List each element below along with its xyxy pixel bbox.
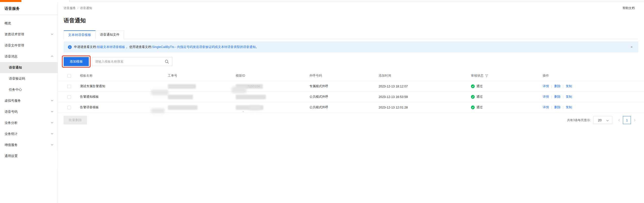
brand-orange-segment bbox=[0, 0, 21, 2]
sidebar-item-voice-notification[interactable]: 语音通知 bbox=[0, 62, 58, 73]
close-icon[interactable]: × bbox=[630, 45, 634, 49]
page-title: 语音通知 bbox=[64, 17, 644, 24]
delete-link[interactable]: 删除 bbox=[554, 84, 560, 88]
chevron-down-icon bbox=[51, 143, 54, 146]
check-circle-icon bbox=[471, 84, 475, 88]
created-time: 2023-12-13 18:12:07 bbox=[379, 85, 471, 88]
table-row: 告警通知模板 公共模式外呼 2023-12-13 16:53:59 通过 详情删… bbox=[58, 92, 644, 102]
detail-link[interactable]: 详情 bbox=[543, 95, 549, 99]
info-icon: i bbox=[68, 45, 72, 49]
chevron-up-icon bbox=[51, 55, 54, 58]
chevron-down-icon bbox=[51, 132, 54, 135]
chevron-down-icon bbox=[51, 99, 54, 102]
create-tts-template-link[interactable]: 创建文本转语音模板 bbox=[97, 45, 125, 49]
tab-bar: 文本转语音模板 语音通知文件 bbox=[64, 30, 644, 39]
total-count-label: 共有3条每页显示: bbox=[567, 118, 591, 122]
chevron-down-icon bbox=[51, 110, 54, 113]
template-name: 告警通知模板 bbox=[80, 95, 168, 99]
prev-page-button[interactable] bbox=[618, 119, 621, 122]
chevron-down-icon bbox=[51, 121, 54, 124]
tab-tts-template[interactable]: 文本转语音模板 bbox=[64, 30, 96, 39]
redacted-ticket-number bbox=[168, 84, 196, 89]
sidebar-menu: 概览 资质话术管理 语音文件管理 语音消息 语音通知 语音验证码 任务中心 虚拟… bbox=[0, 15, 58, 162]
row-checkbox[interactable] bbox=[67, 85, 71, 88]
redacted-ticket-number bbox=[168, 95, 193, 99]
template-id-partial: 7100104 bbox=[247, 85, 260, 88]
chevron-down-icon bbox=[51, 33, 54, 36]
sidebar-item-business-stats[interactable]: 业务统计 bbox=[0, 128, 58, 139]
call-mode: 公共模式外呼 bbox=[309, 95, 379, 99]
sidebar-item-voice-files[interactable]: 语音文件管理 bbox=[0, 40, 58, 51]
sidebar-title: 语音服务 bbox=[0, 2, 58, 15]
sidebar-item-voice-captcha[interactable]: 语音验证码 bbox=[0, 73, 58, 84]
copy-link[interactable]: 复制 bbox=[566, 95, 572, 99]
pagination: 共有3条每页显示: 20 1 bbox=[567, 116, 638, 124]
info-banner: i 申请请查看文档: 创建文本转语音模板 ， 使用请查看文档: SingleCa… bbox=[64, 41, 638, 53]
main-content: 语音服务/语音通知 帮助文档 语音通知 文本转语音模板 语音通知文件 i 申请请… bbox=[58, 2, 644, 203]
current-page-button[interactable]: 1 bbox=[623, 116, 631, 124]
redacted-template-id bbox=[236, 95, 266, 99]
call-mode: 专属模式外呼 bbox=[309, 84, 379, 88]
call-mode: 公共模式外呼 bbox=[309, 105, 379, 110]
sidebar: 语音服务 概览 资质话术管理 语音文件管理 语音消息 语音通知 语音验证码 任务… bbox=[0, 2, 58, 203]
sidebar-item-task-center[interactable]: 任务中心 bbox=[0, 84, 58, 95]
sidebar-item-general-settings[interactable]: 通用设置 bbox=[0, 150, 58, 162]
breadcrumb-current: 语音通知 bbox=[80, 6, 92, 10]
template-id-note: - bbox=[243, 110, 244, 113]
sidebar-item-qualification[interactable]: 资质话术管理 bbox=[0, 29, 58, 40]
check-circle-icon bbox=[471, 95, 475, 99]
breadcrumb-row: 语音服务/语音通知 帮助文档 bbox=[58, 2, 644, 13]
top-strip bbox=[0, 0, 644, 2]
template-search bbox=[92, 57, 172, 66]
template-name: 测试专属告警通知 bbox=[80, 84, 168, 88]
redacted-template-id bbox=[236, 105, 263, 110]
template-name: 告警语音模板 bbox=[80, 105, 168, 110]
batch-delete-button[interactable]: 批量删除 bbox=[64, 116, 87, 124]
search-input[interactable] bbox=[92, 57, 172, 66]
template-table: 模板名称 工单号 模版ID 外呼号码 添加时间 审核状态 操作 测试专属告警通知… bbox=[58, 71, 644, 113]
sidebar-item-voice-message[interactable]: 语音消息 bbox=[0, 51, 58, 62]
sidebar-item-virtual-number[interactable]: 虚拟号服务 bbox=[0, 95, 58, 106]
created-time: 2023-12-13 12:01:28 bbox=[379, 106, 471, 109]
add-template-button[interactable]: 添加模板 bbox=[64, 57, 89, 66]
table-header-row: 模板名称 工单号 模版ID 外呼号码 添加时间 审核状态 操作 bbox=[58, 71, 644, 81]
sidebar-item-value-added[interactable]: 增值服务 bbox=[0, 139, 58, 150]
status-badge: 通过 bbox=[476, 95, 483, 99]
filter-icon[interactable] bbox=[485, 74, 488, 77]
select-all-checkbox[interactable] bbox=[67, 74, 71, 78]
sidebar-item-business-analysis[interactable]: 业务分析 bbox=[0, 117, 58, 128]
single-call-by-tts-link[interactable]: SingleCallByTts - 向指定号码发送语音验证码或文本转语音类型的语… bbox=[152, 45, 256, 49]
delete-link[interactable]: 删除 bbox=[554, 95, 560, 99]
row-checkbox[interactable] bbox=[67, 106, 71, 109]
breadcrumb-root[interactable]: 语音服务 bbox=[64, 6, 76, 10]
sidebar-item-overview[interactable]: 概览 bbox=[0, 18, 58, 29]
redacted-ticket-number bbox=[168, 105, 197, 110]
copy-link[interactable]: 复制 bbox=[566, 105, 572, 110]
check-circle-icon bbox=[471, 106, 475, 109]
search-icon[interactable] bbox=[165, 60, 169, 65]
sidebar-item-voice-number[interactable]: 语音号码 bbox=[0, 106, 58, 117]
table-row: 告警语音模板 公共模式外呼 2023-12-13 12:01:28 通过 详情删… bbox=[58, 102, 644, 113]
breadcrumb: 语音服务/语音通知 bbox=[64, 6, 92, 10]
page-size-select[interactable]: 20 bbox=[593, 116, 612, 124]
toolbar: 添加模板 bbox=[64, 57, 644, 66]
next-page-button[interactable] bbox=[633, 119, 636, 122]
detail-link[interactable]: 详情 bbox=[543, 84, 549, 88]
created-time: 2023-12-13 16:53:59 bbox=[379, 95, 471, 99]
chevron-down-icon bbox=[606, 119, 609, 123]
status-badge: 通过 bbox=[476, 105, 483, 110]
help-doc-link[interactable]: 帮助文档 bbox=[623, 6, 635, 10]
table-footer: 批量删除 共有3条每页显示: 20 1 bbox=[64, 116, 638, 124]
delete-link[interactable]: 删除 bbox=[554, 105, 560, 110]
tab-voice-notification-file[interactable]: 语音通知文件 bbox=[96, 30, 124, 39]
detail-link[interactable]: 详情 bbox=[543, 105, 549, 110]
row-checkbox[interactable] bbox=[67, 95, 71, 99]
copy-link[interactable]: 复制 bbox=[566, 84, 572, 88]
status-badge: 通过 bbox=[476, 84, 483, 88]
table-row: 测试专属告警通知 7100104 专属模式外呼 2023-12-13 18:12… bbox=[58, 81, 644, 92]
